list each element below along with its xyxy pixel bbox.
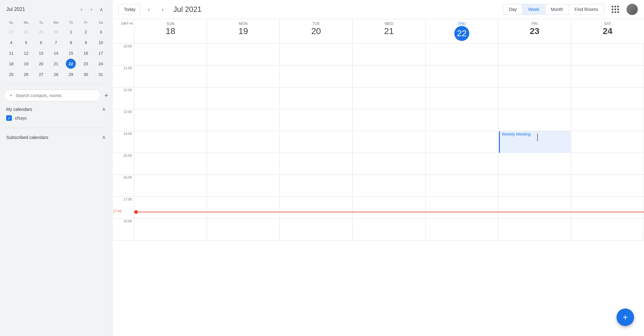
time-slot-1200-col3[interactable] [353,87,425,109]
my-calendars-header[interactable]: My calendars ∧ [4,105,108,113]
time-slot-1800-col1[interactable] [207,219,280,240]
time-slot-1000-col1[interactable] [207,44,280,66]
mini-day-5[interactable]: 5 [21,37,31,47]
mini-day-9[interactable]: 9 [81,37,91,47]
time-slot-1400-col4[interactable] [426,131,498,153]
time-slot-1000-col3[interactable] [353,44,425,66]
time-slot-1800-col4[interactable] [426,219,498,240]
apps-icon-button[interactable] [609,3,622,16]
calendar-item-chuyu[interactable]: ✓ chuyu [4,113,108,123]
time-slot-1200-col6[interactable] [571,87,644,109]
week-view-button[interactable]: Week [523,4,545,14]
mini-day-25[interactable]: 25 [6,69,16,79]
fab-button[interactable]: + [617,309,634,326]
time-slot-1600-col6[interactable] [571,175,644,197]
time-slot-1100-col6[interactable] [571,66,644,87]
mini-day-12[interactable]: 12 [21,48,31,58]
day-view-button[interactable]: Day [503,4,523,14]
time-slot-1100-col5[interactable] [498,66,571,87]
time-slot-1400-col0[interactable] [134,131,207,153]
time-slot-1800-col6[interactable] [571,219,644,240]
next-week-button[interactable]: › [157,4,168,15]
mini-day-1[interactable]: 1 [66,27,76,37]
avatar[interactable] [627,4,638,15]
time-slot-1100-col4[interactable] [426,66,498,87]
time-slot-1700-col2[interactable] [280,197,353,219]
mini-day-30[interactable]: 30 [51,27,61,37]
week-day-sun[interactable]: Sun 18 [134,19,207,43]
time-slot-1600-col2[interactable] [280,175,353,197]
time-slot-1300-col0[interactable] [134,109,207,131]
time-slot-1800-col5[interactable] [498,219,571,240]
mini-day-6[interactable]: 6 [36,37,46,47]
time-slot-1000-col4[interactable] [426,44,498,66]
mini-day-23[interactable]: 23 [81,59,91,69]
mini-day-31[interactable]: 31 [96,69,106,79]
time-slot-1400-col2[interactable] [280,131,353,153]
mini-cal-prev[interactable]: ‹ [77,5,86,14]
time-slot-1300-col3[interactable] [353,109,425,131]
time-slot-1500-col5[interactable] [498,153,571,175]
time-slot-1100-col1[interactable] [207,66,280,87]
mini-day-13[interactable]: 13 [36,48,46,58]
week-day-fri[interactable]: Fri 23 [498,19,571,43]
time-slot-1700-col4[interactable] [426,197,498,219]
mini-day-27[interactable]: 27 [6,27,16,37]
time-slot-1500-col6[interactable] [571,153,644,175]
time-slot-1500-col4[interactable] [426,153,498,175]
time-slot-1400-col6[interactable] [571,131,644,153]
time-slot-1600-col5[interactable] [498,175,571,197]
time-slot-1800-col3[interactable] [353,219,425,240]
time-slot-1600-col0[interactable] [134,175,207,197]
time-slot-1200-col0[interactable] [134,87,207,109]
time-slot-1200-col1[interactable] [207,87,280,109]
week-day-mon[interactable]: Mon 19 [207,19,280,43]
time-slot-1500-col0[interactable] [134,153,207,175]
time-slot-1400-col1[interactable] [207,131,280,153]
time-slot-1700-col1[interactable] [207,197,280,219]
mini-day-28[interactable]: 28 [51,69,61,79]
time-slot-1600-col4[interactable] [426,175,498,197]
mini-cal-collapse[interactable]: ∧ [97,5,106,14]
weekly-meeting-event[interactable]: Weekly Meeting [499,131,570,153]
mini-day-19[interactable]: 19 [21,59,31,69]
mini-day-14[interactable]: 14 [51,48,61,58]
mini-day-11[interactable]: 11 [6,48,16,58]
search-input[interactable] [16,93,95,98]
time-slot-1700-col3[interactable] [353,197,425,219]
mini-day-30[interactable]: 30 [81,69,91,79]
time-slot-1000-col6[interactable] [571,44,644,66]
time-slot-1300-col4[interactable] [426,109,498,131]
mini-day-22[interactable]: 22 [66,59,76,69]
time-slot-1300-col5[interactable] [498,109,571,131]
mini-day-4[interactable]: 4 [6,37,16,47]
time-slot-1700-col6[interactable] [571,197,644,219]
time-slot-1700-col5[interactable] [498,197,571,219]
time-slot-1300-col2[interactable] [280,109,353,131]
mini-cal-next[interactable]: › [87,5,96,14]
time-slot-1200-col4[interactable] [426,87,498,109]
time-slot-1400-col3[interactable] [353,131,425,153]
week-day-sat[interactable]: Sat 24 [571,19,644,43]
time-slot-1800-col0[interactable] [134,219,207,240]
time-slot-1000-col0[interactable] [134,44,207,66]
month-view-button[interactable]: Month [545,4,569,14]
mini-day-2[interactable]: 2 [81,27,91,37]
mini-day-16[interactable]: 16 [81,48,91,58]
mini-day-8[interactable]: 8 [66,37,76,47]
add-button[interactable]: + [104,91,108,100]
mini-day-24[interactable]: 24 [96,59,106,69]
time-slot-1800-col2[interactable] [280,219,353,240]
mini-day-10[interactable]: 10 [96,37,106,47]
find-rooms-button[interactable]: Find Rooms [569,4,604,14]
today-button[interactable]: Today [119,4,141,15]
time-slot-1100-col2[interactable] [280,66,353,87]
time-slot-1000-col2[interactable] [280,44,353,66]
mini-day-20[interactable]: 20 [36,59,46,69]
mini-day-17[interactable]: 17 [96,48,106,58]
mini-day-26[interactable]: 26 [21,69,31,79]
time-slot-1500-col1[interactable] [207,153,280,175]
mini-day-29[interactable]: 29 [66,69,76,79]
time-slot-1300-col1[interactable] [207,109,280,131]
week-day-tue[interactable]: Tue 20 [280,19,353,43]
